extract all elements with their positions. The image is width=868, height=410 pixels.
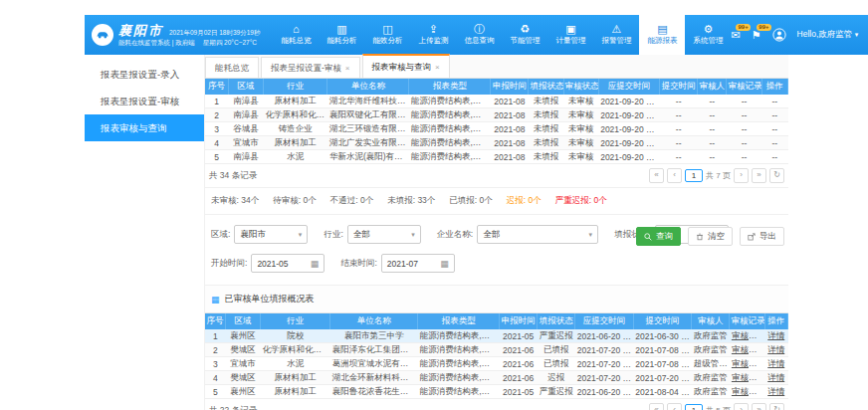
table-cell: 2021-06 bbox=[500, 343, 538, 357]
table-cell: -- bbox=[761, 108, 787, 122]
user-greeting[interactable]: Hello,政府监管 ▾ bbox=[797, 29, 859, 41]
chevron-down-icon: ▾ bbox=[299, 231, 303, 239]
tab-报表审核与查询[interactable]: 报表审核与查询× bbox=[362, 54, 450, 78]
table-cell: 1 bbox=[205, 329, 225, 343]
column-header-审核记录: 审核记录 bbox=[727, 79, 761, 95]
region-select[interactable]: 襄阳市▾ bbox=[234, 225, 308, 244]
table-cell: 能源消费结构表,能效指标... bbox=[409, 95, 491, 108]
nav-item-系统管理[interactable]: ⚙系统管理 bbox=[685, 15, 731, 55]
export-button[interactable]: 导出 bbox=[740, 227, 784, 246]
calendar-icon: ▦ bbox=[440, 259, 449, 269]
table-cell: 2021-07-20 11:42:35 bbox=[633, 371, 692, 385]
calendar-icon: ▦ bbox=[311, 259, 320, 269]
nav-item-信息查询[interactable]: ⓘ信息查询 bbox=[456, 15, 502, 55]
table-row[interactable]: 1襄州区院校襄阳市第三中学能源消费结构表,能效指标情...2021-05严重迟报… bbox=[205, 329, 788, 343]
query-button[interactable]: 查询 bbox=[636, 227, 681, 246]
table-cell: 南漳县 bbox=[228, 150, 263, 164]
summary-item-未填报: 未填报: 33个 bbox=[387, 195, 435, 207]
sidebar-item-报表呈报设置-审核[interactable]: 报表呈报设置-审核 bbox=[85, 88, 204, 114]
nav-item-能耗总览[interactable]: ⌂能耗总览 bbox=[273, 15, 319, 55]
table-row[interactable]: 2樊城区化学原料和化学制品制造业襄阳泽东化工集团有限公司能源消费结构表,能效指标… bbox=[205, 343, 788, 357]
export-icon bbox=[748, 233, 756, 241]
company-select[interactable]: 全部▾ bbox=[477, 225, 598, 244]
prev-page-button[interactable]: ‹ bbox=[667, 168, 682, 183]
end-time-date-input[interactable]: 2021-07▦ bbox=[381, 254, 455, 273]
table-cell: 迟报 bbox=[538, 371, 575, 385]
nav-item-能源报表[interactable]: ▤能源报表 bbox=[639, 15, 685, 55]
start-time-date-input[interactable]: 2021-05▦ bbox=[251, 254, 325, 273]
table-row[interactable]: 3谷城县铸造企业湖北三环锻造有限公司能源消费结构表,能效指标...2021-08… bbox=[205, 122, 788, 136]
gear-icon: ⚙ bbox=[703, 24, 713, 35]
refresh-icon[interactable]: ↻ bbox=[769, 403, 784, 410]
tab-close-icon[interactable]: × bbox=[435, 58, 440, 77]
refresh-icon[interactable]: ↻ bbox=[769, 168, 784, 183]
table-row[interactable]: 5南漳县水泥华新水泥(襄阳)有限公司能源消费结构表,能效指标...2021-08… bbox=[205, 150, 788, 164]
filter-start-time: 开始时间:2021-05▦ bbox=[211, 254, 325, 273]
sidebar-item-报表审核与查询[interactable]: 报表审核与查询 bbox=[85, 114, 204, 141]
table-cell: 能源消费结构表,能效指标... bbox=[409, 108, 491, 122]
nav-item-能耗分析[interactable]: ▥能耗分析 bbox=[319, 15, 364, 55]
nav-item-计量管理[interactable]: ▣计量管理 bbox=[547, 15, 593, 55]
table-row[interactable]: 2南漳县化学原料和化学制品制造业襄阳双键化工有限公司能源消费结构表,能效指标..… bbox=[205, 108, 788, 122]
column-header-应提交时间: 应提交时间 bbox=[575, 313, 634, 329]
详情-link[interactable]: 详情 bbox=[764, 343, 788, 357]
next-page-button[interactable]: › bbox=[734, 403, 749, 410]
审核记录-link[interactable]: 审核记录 bbox=[730, 329, 764, 343]
table-row[interactable]: 4樊城区原材料加工湖北金环新材料科技有限公司能源消费结构表,能效指标情...20… bbox=[205, 371, 788, 385]
table-row[interactable]: 3宜城市水泥葛洲坝宜城水泥有限公司能源消费结构表,能效指标情...2021-06… bbox=[205, 357, 788, 371]
nav-item-报警管理[interactable]: ⚠报警管理 bbox=[593, 15, 639, 55]
user-avatar-icon[interactable] bbox=[772, 28, 786, 42]
prev-page-button[interactable]: ‹ bbox=[667, 403, 682, 410]
table-cell: 原材料加工 bbox=[264, 95, 327, 108]
industry-select[interactable]: 全部▾ bbox=[347, 225, 421, 244]
alert-bell-icon[interactable]: ⚑99+ bbox=[752, 30, 761, 41]
table-cell: 已填报 bbox=[538, 357, 575, 371]
table-row[interactable]: 1南漳县原材料加工湖北华海纤维科技股份有...能源消费结构表,能效指标...20… bbox=[205, 95, 788, 108]
table-cell: 政府监管 bbox=[692, 385, 730, 399]
table-cell: 湖北金环新材料科技有限公司 bbox=[330, 371, 418, 385]
详情-link[interactable]: 详情 bbox=[764, 385, 788, 399]
table-cell: 未填报 bbox=[529, 95, 563, 108]
next-page-button[interactable]: › bbox=[734, 168, 749, 183]
filter-value: 襄阳市 bbox=[240, 229, 266, 241]
sidebar-item-报表呈报设置-录入[interactable]: 报表呈报设置-录入 bbox=[85, 61, 204, 88]
详情-link[interactable]: 详情 bbox=[764, 329, 788, 343]
page-number-input[interactable] bbox=[685, 169, 703, 182]
审核记录-link[interactable]: 审核记录 bbox=[730, 357, 764, 371]
nav-item-label: 信息查询 bbox=[464, 36, 494, 46]
table-cell: 未填报 bbox=[529, 150, 563, 164]
last-page-button[interactable]: » bbox=[752, 403, 766, 410]
table-cell: 宜城市 bbox=[225, 357, 260, 371]
column-header-申报时间: 申报时间 bbox=[491, 79, 529, 95]
详情-link[interactable]: 详情 bbox=[764, 357, 788, 371]
nav-item-节能管理[interactable]: ♻节能管理 bbox=[502, 15, 547, 55]
table-cell: 襄阳市第三中学 bbox=[330, 329, 418, 343]
first-page-button[interactable]: « bbox=[649, 168, 664, 183]
tab-报表呈报设置-审核[interactable]: 报表呈报设置-审核× bbox=[261, 57, 360, 78]
table-cell: -- bbox=[660, 136, 698, 150]
message-icon[interactable]: ✉99+ bbox=[731, 30, 740, 41]
column-header-报表类型: 报表类型 bbox=[418, 313, 500, 329]
table-cell: 2021-08 bbox=[491, 150, 529, 164]
filter-end-time: 结束时间:2021-07▦ bbox=[340, 254, 454, 273]
main-content: 能耗总览报表呈报设置-审核×报表审核与查询× 序号区域行业单位名称报表类型申报时… bbox=[205, 55, 788, 410]
table-cell: 3 bbox=[205, 357, 225, 371]
table-cell: 湖北三环锻造有限公司 bbox=[327, 122, 409, 136]
详情-link[interactable]: 详情 bbox=[764, 371, 788, 385]
last-page-button[interactable]: » bbox=[752, 168, 766, 183]
table-row[interactable]: 5襄州区原材料加工襄阳鲁花浓香花生油有限公司能源消费结构表,能效指标情...20… bbox=[205, 385, 788, 399]
table-row[interactable]: 4宜城市原材料加工湖北广发实业有限公司能源消费结构表,能效指标...2021-0… bbox=[205, 136, 788, 150]
first-page-button[interactable]: « bbox=[649, 403, 664, 410]
table-cell: 2021-09-20 00:00:00 bbox=[598, 108, 659, 122]
tab-close-icon[interactable]: × bbox=[345, 59, 350, 78]
tab-能耗总览[interactable]: 能耗总览 bbox=[205, 57, 259, 78]
审核记录-link[interactable]: 审核记录 bbox=[730, 385, 764, 399]
table-cell: 未审核 bbox=[563, 136, 598, 150]
审核记录-link[interactable]: 审核记录 bbox=[730, 371, 764, 385]
clear-button[interactable]: 清空 bbox=[688, 227, 733, 246]
top-header: 襄阳市 2021年09月02日 18时39分19秒 能耗在线监管系统 | 政府端… bbox=[85, 15, 868, 55]
nav-item-能效分析[interactable]: ◫能效分析 bbox=[364, 15, 410, 55]
审核记录-link[interactable]: 审核记录 bbox=[730, 343, 764, 357]
page-number-input[interactable] bbox=[685, 404, 703, 410]
nav-item-上传监测[interactable]: ⇪上传监测 bbox=[410, 15, 456, 55]
